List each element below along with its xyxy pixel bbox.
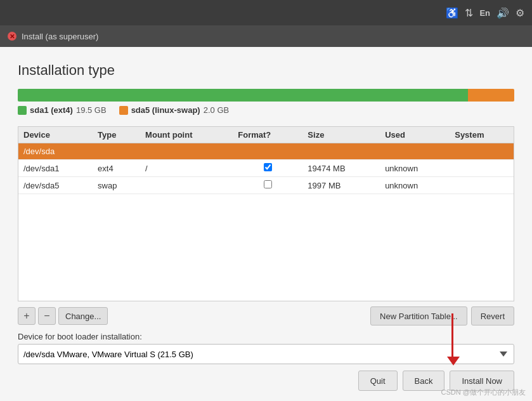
language-icon[interactable]: En xyxy=(479,8,490,18)
keyboard-icon[interactable]: ⇅ xyxy=(465,7,473,19)
close-button[interactable]: ✕ xyxy=(8,32,16,41)
volume-icon[interactable]: 🔊 xyxy=(496,7,509,19)
top-bar: ♿ ⇅ En 🔊 ⚙ xyxy=(0,0,532,25)
cell-size: 19474 MB xyxy=(302,160,380,177)
window-title: Install (as superuser) xyxy=(22,32,98,41)
cell-type: swap xyxy=(93,177,140,194)
left-controls: + − Change... xyxy=(18,307,108,325)
bootloader-section: Device for boot loader installation: /de… xyxy=(18,332,514,364)
nav-buttons: Quit Back Install Now xyxy=(18,371,514,391)
col-mount: Mount point xyxy=(140,127,233,143)
remove-partition-button[interactable]: − xyxy=(38,307,56,325)
back-button[interactable]: Back xyxy=(403,371,445,391)
disk-bar-sda1 xyxy=(18,89,468,102)
col-size: Size xyxy=(302,127,380,143)
legend-sda1-color xyxy=(18,106,27,115)
disk-bar-sda5 xyxy=(468,89,514,102)
legend-sda1-size: 19.5 GB xyxy=(76,105,107,115)
cell-system xyxy=(450,143,514,160)
cell-device: /dev/sda1 xyxy=(18,160,93,177)
right-controls: New Partition Table... Revert xyxy=(370,306,514,325)
change-partition-button[interactable]: Change... xyxy=(58,307,108,325)
cell-type: ext4 xyxy=(93,160,140,177)
quit-button[interactable]: Quit xyxy=(358,371,398,391)
cell-mount xyxy=(140,177,233,194)
title-bar: ✕ Install (as superuser) xyxy=(0,25,532,47)
format-checkbox-sda5[interactable] xyxy=(264,180,272,188)
col-format: Format? xyxy=(233,127,302,143)
revert-button[interactable]: Revert xyxy=(471,306,514,325)
main-content: Installation type sda1 (ext4) 19.5 GB sd… xyxy=(0,47,532,401)
cell-used xyxy=(380,143,450,160)
bottom-controls: + − Change... New Partition Table... Rev… xyxy=(18,306,514,325)
col-type: Type xyxy=(93,127,140,143)
table-row[interactable]: /dev/sda5 swap 1997 MB unknown xyxy=(18,177,514,194)
legend-sda1-label: sda1 (ext4) xyxy=(30,105,73,115)
table-row[interactable]: /dev/sda xyxy=(18,143,514,160)
legend-sda1: sda1 (ext4) 19.5 GB xyxy=(18,105,107,115)
cell-system xyxy=(450,177,514,194)
cell-type xyxy=(93,143,140,160)
cell-used: unknown xyxy=(380,177,450,194)
legend-sda5: sda5 (linux-swap) 2.0 GB xyxy=(119,105,230,115)
red-arrow-line xyxy=(451,313,453,358)
cell-used: unknown xyxy=(380,160,450,177)
disk-bar-container: sda1 (ext4) 19.5 GB sda5 (linux-swap) 2.… xyxy=(18,89,514,121)
cell-format[interactable] xyxy=(233,177,302,194)
cell-size: 1997 MB xyxy=(302,177,380,194)
legend-sda5-color xyxy=(119,106,128,115)
cell-mount xyxy=(140,143,233,160)
red-arrow-head xyxy=(447,357,460,365)
col-used: Used xyxy=(380,127,450,143)
disk-bar xyxy=(18,89,514,102)
bootloader-select[interactable]: /dev/sda VMware, VMware Virtual S (21.5 … xyxy=(18,344,514,364)
format-checkbox-sda1[interactable] xyxy=(264,163,272,171)
cell-device: /dev/sda5 xyxy=(18,177,93,194)
table-header-row: Device Type Mount point Format? Size Use… xyxy=(18,127,514,143)
cell-device: /dev/sda xyxy=(18,143,93,160)
partition-table: Device Type Mount point Format? Size Use… xyxy=(18,126,514,301)
cell-format[interactable] xyxy=(233,160,302,177)
col-device: Device xyxy=(18,127,93,143)
col-system: System xyxy=(450,127,514,143)
settings-icon[interactable]: ⚙ xyxy=(516,7,524,19)
table-row[interactable]: /dev/sda1 ext4 / 19474 MB unknown xyxy=(18,160,514,177)
cell-mount: / xyxy=(140,160,233,177)
cell-format xyxy=(233,143,302,160)
cell-size xyxy=(302,143,380,160)
legend-sda5-size: 2.0 GB xyxy=(204,105,229,115)
legend-sda5-label: sda5 (linux-swap) xyxy=(131,105,200,115)
add-partition-button[interactable]: + xyxy=(18,307,36,325)
bootloader-label: Device for boot loader installation: xyxy=(18,332,514,341)
cell-system xyxy=(450,160,514,177)
disk-legend: sda1 (ext4) 19.5 GB sda5 (linux-swap) 2.… xyxy=(18,105,514,115)
accessibility-icon[interactable]: ♿ xyxy=(446,7,458,19)
page-title: Installation type xyxy=(18,62,514,79)
watermark: CSDN @做个开心的小朋友 xyxy=(441,388,526,397)
